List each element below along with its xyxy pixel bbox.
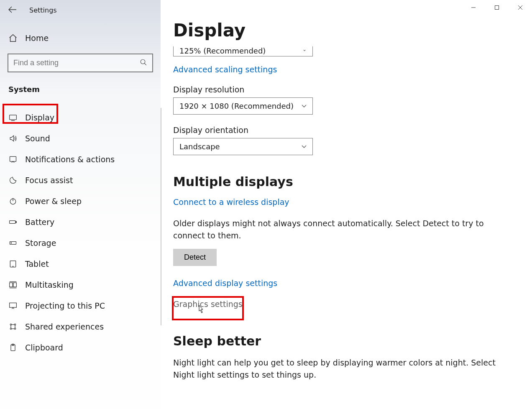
sidebar-item-power-sleep[interactable]: Power & sleep: [0, 191, 161, 212]
shared-icon: [8, 322, 18, 331]
svg-point-24: [10, 328, 11, 329]
category-heading: System: [0, 72, 161, 98]
sidebar-item-label: Display: [25, 113, 54, 122]
svg-rect-17: [10, 283, 13, 287]
home-nav[interactable]: Home: [0, 27, 161, 49]
sidebar-item-label: Shared experiences: [25, 322, 104, 331]
svg-rect-6: [10, 115, 17, 120]
multitasking-icon: [8, 281, 18, 289]
resolution-dropdown[interactable]: 1920 × 1080 (Recommended): [173, 97, 313, 115]
tablet-icon: [8, 260, 18, 268]
search-input[interactable]: [8, 54, 153, 72]
sidebar-item-battery[interactable]: Battery: [0, 212, 161, 233]
sidebar-item-tablet[interactable]: Tablet: [0, 253, 161, 274]
close-button[interactable]: [509, 0, 532, 15]
connect-wireless-link[interactable]: Connect to a wireless display: [173, 197, 289, 207]
svg-rect-8: [10, 156, 16, 161]
chevron-down-icon: [302, 103, 307, 109]
scale-value: 125% (Recommended): [179, 46, 266, 55]
resolution-value: 1920 × 1080 (Recommended): [179, 102, 294, 110]
sidebar-item-sound[interactable]: Sound: [0, 128, 161, 149]
svg-line-5: [144, 63, 146, 65]
sidebar-item-label: Multitasking: [25, 280, 74, 289]
sidebar-item-shared-experiences[interactable]: Shared experiences: [0, 316, 161, 337]
sidebar-item-label: Tablet: [25, 259, 49, 268]
clipboard-icon: [8, 343, 18, 352]
sleep-better-heading: Sleep better: [173, 334, 519, 348]
back-button[interactable]: [8, 5, 17, 15]
sidebar-item-clipboard[interactable]: Clipboard: [0, 337, 161, 358]
home-icon: [8, 33, 18, 43]
minimize-button[interactable]: [462, 0, 485, 15]
sound-icon: [8, 134, 18, 143]
orientation-label: Display orientation: [173, 125, 519, 135]
svg-rect-11: [10, 221, 15, 224]
svg-rect-21: [10, 303, 17, 307]
search-icon: [140, 59, 147, 68]
app-title: Settings: [29, 6, 57, 14]
sidebar-item-focus-assist[interactable]: Focus assist: [0, 170, 161, 191]
scale-dropdown[interactable]: 125% (Recommended) ⌄: [173, 46, 313, 56]
sidebar-item-label: Focus assist: [25, 176, 73, 185]
sidebar-item-label: Projecting to this PC: [25, 301, 105, 310]
sidebar-item-display[interactable]: Display: [0, 107, 161, 128]
svg-point-22: [10, 324, 11, 325]
main-content: Display 125% (Recommended) ⌄ Advanced sc…: [161, 0, 532, 409]
focus-assist-icon: [8, 176, 18, 184]
sidebar-item-label: Storage: [25, 238, 56, 248]
chevron-down-icon: ⌄: [302, 46, 307, 52]
sidebar-item-label: Notifications & actions: [25, 155, 115, 164]
graphics-settings-link[interactable]: Graphics settings: [173, 299, 243, 309]
power-icon: [8, 197, 18, 205]
sidebar-item-label: Clipboard: [25, 343, 63, 352]
home-label: Home: [25, 33, 49, 43]
sidebar-item-label: Power & sleep: [25, 197, 82, 206]
svg-rect-18: [13, 283, 17, 287]
svg-point-4: [141, 59, 145, 64]
sleep-better-text: Night light can help you get to sleep by…: [173, 357, 504, 381]
window-controls: [462, 0, 532, 15]
svg-rect-1: [495, 6, 499, 10]
projecting-icon: [8, 302, 18, 310]
resolution-label: Display resolution: [173, 85, 519, 94]
maximize-button[interactable]: [485, 0, 509, 15]
advanced-display-link[interactable]: Advanced display settings: [173, 279, 277, 288]
page-title: Display: [173, 20, 519, 41]
chevron-down-icon: [302, 144, 307, 150]
sidebar-item-storage[interactable]: Storage: [0, 233, 161, 253]
display-icon: [8, 113, 18, 122]
sidebar-item-label: Sound: [25, 134, 50, 143]
sidebar: Settings Home System Display Sound: [0, 0, 161, 409]
detect-button[interactable]: Detect: [173, 249, 217, 266]
sidebar-item-projecting[interactable]: Projecting to this PC: [0, 295, 161, 316]
multiple-displays-heading: Multiple displays: [173, 174, 519, 189]
advanced-scaling-link[interactable]: Advanced scaling settings: [173, 65, 277, 74]
battery-icon: [8, 218, 18, 226]
scrollbar-indicator[interactable]: [161, 108, 161, 325]
sidebar-item-label: Battery: [25, 217, 54, 227]
svg-rect-12: [16, 221, 17, 222]
svg-point-14: [11, 243, 12, 243]
svg-point-23: [14, 324, 15, 325]
notifications-icon: [8, 155, 18, 164]
storage-icon: [8, 239, 18, 247]
svg-point-25: [14, 328, 15, 329]
older-displays-text: Older displays might not always connect …: [173, 217, 504, 241]
sidebar-item-multitasking[interactable]: Multitasking: [0, 274, 161, 295]
sidebar-item-notifications[interactable]: Notifications & actions: [0, 149, 161, 170]
orientation-value: Landscape: [179, 142, 220, 151]
orientation-dropdown[interactable]: Landscape: [173, 138, 313, 155]
